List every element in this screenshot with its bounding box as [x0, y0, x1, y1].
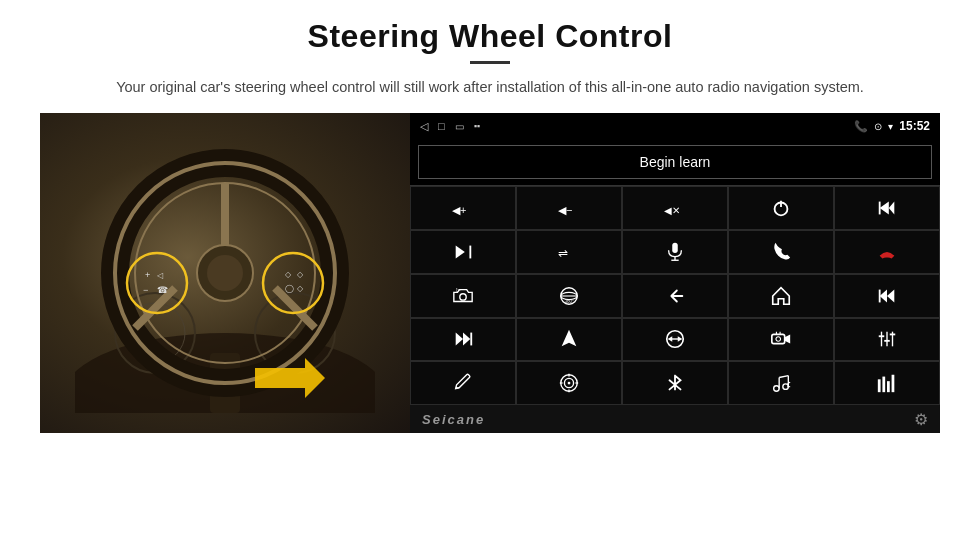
prev-track-icon	[876, 197, 898, 219]
back-nav-button[interactable]	[622, 274, 728, 318]
svg-marker-32	[456, 245, 465, 258]
target-button[interactable]	[516, 361, 622, 405]
svg-rect-47	[879, 289, 881, 302]
phone-status-icon: 📞	[854, 120, 868, 133]
eq-button[interactable]	[834, 318, 940, 362]
swap-button[interactable]	[622, 318, 728, 362]
settings-gear-icon[interactable]: ⚙	[914, 410, 928, 429]
title-divider	[470, 61, 510, 64]
svg-text:◀✕: ◀✕	[664, 205, 680, 216]
bluetooth-button[interactable]	[622, 361, 728, 405]
music-icon	[770, 372, 792, 394]
dashcam-button[interactable]	[728, 318, 834, 362]
page-title: Steering Wheel Control	[308, 18, 673, 55]
target-icon	[558, 372, 580, 394]
shuffle-button[interactable]: ⇌	[516, 230, 622, 274]
svg-marker-46	[880, 289, 887, 302]
mute-icon: ◀✕	[664, 197, 686, 219]
skip-fwd-button[interactable]	[410, 230, 516, 274]
power-button[interactable]	[728, 186, 834, 230]
mute-button[interactable]: ◀✕	[622, 186, 728, 230]
begin-learn-row: Begin learn	[410, 139, 940, 185]
status-left: ◁ □ ▭ ▪▪	[420, 120, 480, 133]
mic-button[interactable]	[622, 230, 728, 274]
subtitle: Your original car's steering wheel contr…	[116, 76, 864, 99]
power-icon	[770, 197, 792, 219]
skip-fwd-icon	[452, 241, 474, 263]
phone-icon	[770, 241, 792, 263]
svg-rect-85	[892, 375, 895, 392]
svg-text:◀+: ◀+	[452, 204, 466, 216]
car-photo: + − ◁ ☎ ◇ ◇ ◯ ◇	[40, 113, 410, 433]
svg-text:+: +	[145, 270, 150, 280]
shuffle-icon: ⇌	[558, 241, 580, 263]
vol-down-icon: ◀−	[558, 197, 580, 219]
svg-marker-29	[880, 202, 889, 215]
svg-rect-82	[878, 380, 881, 393]
svg-rect-33	[469, 245, 471, 258]
time-display: 15:52	[899, 119, 930, 133]
back-arrow-icon	[664, 285, 686, 307]
svg-line-67	[456, 388, 460, 389]
home-icon	[770, 285, 792, 307]
svg-rect-56	[772, 335, 785, 344]
svg-marker-57	[785, 335, 791, 344]
back-nav-icon[interactable]: ◁	[420, 120, 428, 133]
home-nav-button[interactable]	[728, 274, 834, 318]
svg-marker-45	[887, 289, 894, 302]
bluetooth-icon	[664, 372, 686, 394]
fast-fwd-icon	[452, 328, 474, 350]
svg-text:◇: ◇	[297, 284, 304, 293]
camera-icon: ▷	[452, 285, 474, 307]
android-bottom-bar: Seicane ⚙	[410, 405, 940, 433]
vol-up-button[interactable]: ◀+	[410, 186, 516, 230]
svg-point-58	[776, 337, 781, 342]
music-button[interactable]	[728, 361, 834, 405]
seicane-logo: Seicane	[422, 412, 485, 427]
svg-text:⇌: ⇌	[558, 245, 568, 259]
home-nav-icon[interactable]: □	[438, 120, 445, 132]
svg-rect-83	[882, 377, 885, 393]
svg-rect-84	[887, 381, 890, 392]
skip-back2-button[interactable]	[834, 274, 940, 318]
navigation-icon	[558, 328, 580, 350]
svg-marker-48	[456, 333, 463, 346]
pen-button[interactable]	[410, 361, 516, 405]
skip-back2-icon	[876, 285, 898, 307]
svg-rect-31	[879, 202, 881, 215]
hang-up-button[interactable]	[834, 230, 940, 274]
svg-marker-49	[463, 333, 470, 346]
svg-text:−: −	[143, 285, 148, 295]
content-row: + − ◁ ☎ ◇ ◇ ◯ ◇	[40, 113, 940, 433]
prev-track-button[interactable]	[834, 186, 940, 230]
svg-text:▷: ▷	[456, 287, 461, 293]
view-360-button[interactable]: 360°	[516, 274, 622, 318]
dashcam-icon	[770, 328, 792, 350]
audio-bars-icon	[876, 372, 898, 394]
svg-point-75	[774, 386, 780, 392]
begin-learn-button[interactable]: Begin learn	[418, 145, 932, 179]
svg-line-79	[779, 376, 788, 378]
navigation-button[interactable]	[516, 318, 622, 362]
hang-up-icon	[876, 241, 898, 263]
vol-down-button[interactable]: ◀−	[516, 186, 622, 230]
equalizer-icon	[876, 328, 898, 350]
camera-button[interactable]: ▷	[410, 274, 516, 318]
mic-icon	[664, 241, 686, 263]
svg-text:◇: ◇	[285, 270, 292, 279]
audio-bars-button[interactable]	[834, 361, 940, 405]
pen-icon	[452, 372, 474, 394]
swap-icon	[664, 328, 686, 350]
svg-marker-55	[668, 337, 673, 343]
svg-text:◀−: ◀−	[558, 204, 572, 216]
car-photo-inner: + − ◁ ☎ ◇ ◇ ◯ ◇	[40, 113, 410, 433]
recent-nav-icon[interactable]: ▭	[455, 121, 464, 132]
fast-fwd-button[interactable]	[410, 318, 516, 362]
control-grid: ◀+ ◀− ◀✕	[410, 185, 940, 405]
view-360-icon: 360°	[558, 285, 580, 307]
svg-rect-35	[672, 243, 678, 253]
vol-up-icon: ◀+	[452, 197, 474, 219]
phone-button[interactable]	[728, 230, 834, 274]
wifi-status-icon: ▾	[888, 121, 893, 132]
svg-marker-51	[562, 330, 577, 347]
